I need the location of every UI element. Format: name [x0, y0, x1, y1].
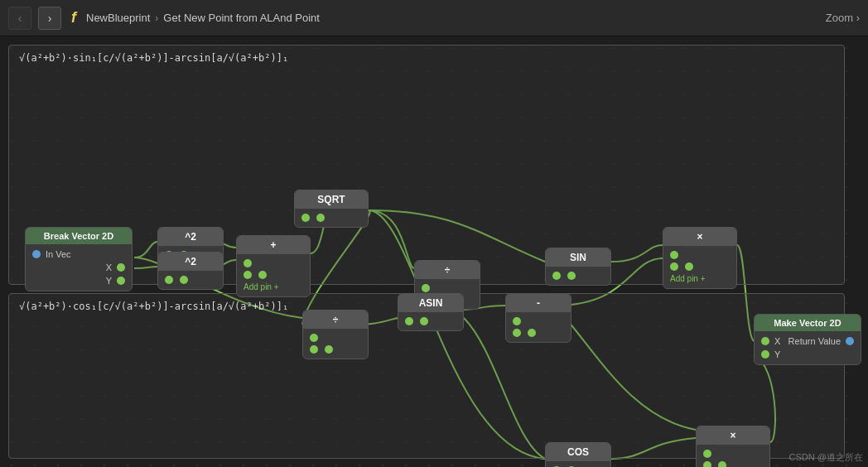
node-sin-header: SIN [546, 248, 610, 267]
pin-sqrt-in[interactable] [301, 214, 310, 222]
pin-add-out[interactable] [258, 271, 267, 279]
pin-div1-out[interactable] [325, 345, 333, 354]
breadcrumb-root[interactable]: NewBlueprint [86, 12, 150, 24]
pin-row-div1-in1 [310, 334, 361, 342]
pin-row-sq2-in [165, 276, 216, 284]
node-break-vector-header: Break Vector 2D [26, 228, 132, 244]
pin-row-mv-x: X Return Value [761, 336, 854, 346]
node-cos[interactable]: COS [545, 442, 611, 467]
pin-minus-out[interactable] [528, 329, 536, 337]
pin-row-add-addpin[interactable]: Add pin + [244, 282, 303, 291]
node-sq2[interactable]: ^2 [157, 252, 224, 290]
forward-button[interactable]: › [38, 7, 61, 30]
pin-row-mul-in1 [670, 251, 730, 259]
pin-sq2-in[interactable] [165, 276, 173, 284]
pin-row-mul2-in1 [703, 450, 763, 458]
pin-div2-in1[interactable] [422, 284, 430, 292]
node-asin[interactable]: ASIN [398, 293, 464, 331]
node-asin-header: ASIN [398, 294, 463, 312]
pin-div1-in2[interactable] [310, 345, 318, 354]
pin-row-mul-addpin[interactable]: Add pin + [670, 274, 730, 283]
comment-upper-label: √(a²+b²)·sin₁[c/√(a²+b²)]-arcsin[a/√(a²+… [19, 52, 288, 64]
pin-mul2-in1[interactable] [703, 450, 711, 458]
pin-minus-in2[interactable] [513, 329, 521, 337]
pin-mv-x[interactable] [761, 337, 769, 345]
pin-row-asin [405, 317, 456, 325]
zoom-label[interactable]: Zoom › [826, 12, 860, 24]
pin-invec[interactable] [32, 250, 41, 258]
node-mul2-header: × [697, 426, 769, 445]
node-div1-header: ÷ [303, 311, 368, 329]
back-button[interactable]: ‹ [8, 7, 31, 30]
function-icon: f [71, 9, 76, 26]
node-div2-header: ÷ [415, 261, 480, 279]
breadcrumb: NewBlueprint › Get New Point from ALAnd … [86, 12, 320, 24]
toolbar: ‹ › f NewBlueprint › Get New Point from … [0, 0, 868, 36]
pin-row-minus-in2 [513, 329, 564, 337]
blueprint-canvas[interactable]: √(a²+b²)·sin₁[c/√(a²+b²)]-arcsin[a/√(a²+… [0, 36, 868, 467]
mul-add-pin-label[interactable]: Add pin + [670, 274, 706, 283]
pin-row-mv-y: Y [761, 349, 854, 359]
pin-sin-in[interactable] [552, 272, 561, 280]
node-sqrt[interactable]: SQRT [294, 190, 369, 228]
breadcrumb-separator: › [155, 12, 158, 24]
node-mul-header: × [663, 228, 736, 246]
pin-mul-in1[interactable] [670, 251, 678, 259]
add-pin-label[interactable]: Add pin + [244, 282, 279, 291]
node-add-header: + [237, 236, 310, 254]
node-div1[interactable]: ÷ [302, 310, 369, 359]
pin-mul-in2[interactable] [670, 262, 678, 271]
pin-mul-out[interactable] [685, 262, 693, 271]
node-sin[interactable]: SIN [545, 248, 611, 286]
pin-asin-out[interactable] [420, 317, 428, 325]
comment-lower-label: √(a²+b²)·cos₁[c/√(a²+b²)]-arcsin[a/√(a²+… [19, 301, 288, 312]
pin-mul2-in2[interactable] [703, 461, 711, 467]
node-make-vector[interactable]: Make Vector 2D X Return Value Y [754, 314, 861, 365]
pin-row-x: X [32, 262, 125, 272]
watermark: CSDN @道之所在 [789, 451, 863, 464]
pin-x-out[interactable] [117, 263, 125, 272]
node-mul2[interactable]: × Add pin + [696, 426, 770, 467]
pin-row-mul2-in2 [703, 461, 763, 467]
pin-sin-out[interactable] [567, 272, 576, 280]
node-minus-header: - [506, 294, 571, 312]
pin-y-out[interactable] [117, 277, 125, 285]
node-break-vector[interactable]: Break Vector 2D In Vec X Y [25, 227, 133, 291]
node-mul[interactable]: × Add pin + [663, 227, 737, 289]
pin-row-y: Y [32, 276, 125, 286]
pin-asin-in[interactable] [405, 317, 413, 325]
node-sqrt-header: SQRT [295, 190, 368, 209]
breadcrumb-sub[interactable]: Get New Point from ALAnd Point [163, 12, 320, 24]
node-sq1-header: ^2 [158, 228, 223, 246]
pin-mv-y[interactable] [761, 350, 769, 359]
pin-sq2-out[interactable] [180, 276, 188, 284]
pin-div1-in1[interactable] [310, 334, 318, 342]
pin-row-minus-in1 [513, 317, 564, 325]
node-add[interactable]: + Add pin + [236, 235, 311, 297]
pin-row-add-in1 [244, 259, 303, 267]
pin-row-div2-in1 [422, 284, 473, 292]
pin-row-mul-in2 [670, 262, 730, 271]
node-minus[interactable]: - [505, 293, 571, 343]
node-sq2-header: ^2 [158, 253, 223, 271]
pin-row-sqrt [301, 214, 361, 222]
pin-minus-in1[interactable] [513, 317, 521, 325]
pin-row-invec: In Vec [32, 249, 125, 259]
node-make-vector-header: Make Vector 2D [755, 315, 861, 331]
pin-mul2-out[interactable] [718, 461, 726, 467]
node-cos-header: COS [546, 443, 610, 461]
pin-mv-ret[interactable] [846, 337, 854, 345]
pin-row-sin [552, 272, 604, 280]
pin-add-in2[interactable] [244, 271, 252, 279]
pin-add-in1[interactable] [244, 259, 252, 267]
pin-row-div1-in2 [310, 345, 361, 354]
pin-sqrt-out[interactable] [316, 214, 325, 222]
pin-row-add-in2 [244, 271, 303, 279]
